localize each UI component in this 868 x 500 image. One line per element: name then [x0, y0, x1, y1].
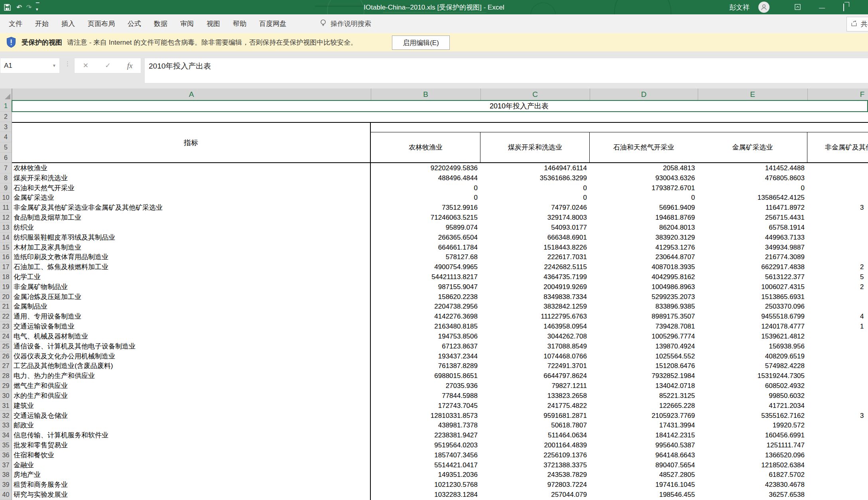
- row-header-4[interactable]: 4: [0, 132, 12, 142]
- cell-C7[interactable]: 1464947.6114: [480, 163, 587, 173]
- cell-E26[interactable]: 408209.6519: [698, 352, 805, 362]
- cell-E35[interactable]: 1251111.747: [698, 441, 805, 451]
- formula-bar-splitter[interactable]: ⋮: [65, 60, 71, 67]
- cell-D25[interactable]: 139870.4924: [590, 342, 695, 352]
- column-header-F[interactable]: F: [807, 89, 868, 100]
- cell-F23[interactable]: 1: [860, 322, 868, 332]
- row-header-32[interactable]: 32: [0, 411, 12, 421]
- cell-E12[interactable]: 256715.4431: [698, 213, 805, 223]
- cell-B34[interactable]: 2238381.9427: [371, 431, 478, 441]
- cell-A34[interactable]: 信息传输、计算机服务和软件业: [14, 431, 369, 441]
- row-header-27[interactable]: 27: [0, 361, 12, 371]
- cell-B9[interactable]: 0: [371, 183, 478, 193]
- column-header-A[interactable]: A: [12, 89, 371, 100]
- cell-B11[interactable]: 73512.9916: [371, 203, 478, 213]
- cell-D36[interactable]: 964148.6643: [590, 451, 695, 461]
- cell-B38[interactable]: 149351.2036: [371, 470, 478, 480]
- row-header-17[interactable]: 17: [0, 262, 12, 272]
- cell-E11[interactable]: 116471.8972: [698, 203, 805, 213]
- cell-E15[interactable]: 349934.9887: [698, 243, 805, 253]
- cell-E31[interactable]: 41721.2034: [698, 401, 805, 411]
- cell-D31[interactable]: 122665.228: [590, 401, 695, 411]
- cell-B16[interactable]: 578127.68: [371, 252, 478, 262]
- cell-A23[interactable]: 交通运输设备制造业: [14, 322, 369, 332]
- cell-E40[interactable]: 36257.6538: [698, 490, 805, 500]
- row-header-28[interactable]: 28: [0, 371, 12, 381]
- row-header-8[interactable]: 8: [0, 173, 12, 183]
- cell-C18[interactable]: 4364735.7199: [480, 272, 587, 282]
- row-header-1[interactable]: 1: [0, 100, 12, 112]
- cell-B13[interactable]: 95899.074: [371, 223, 478, 233]
- cell-A33[interactable]: 邮政业: [14, 421, 369, 431]
- cell-B17[interactable]: 4900754.9965: [371, 262, 478, 272]
- row-header-40[interactable]: 40: [0, 490, 12, 500]
- cell-C22[interactable]: 11122795.6763: [480, 312, 587, 322]
- minimize-icon[interactable]: —: [819, 4, 825, 10]
- sector-header-D[interactable]: 石油和天然气开采业: [590, 132, 698, 162]
- row-header-38[interactable]: 38: [0, 470, 12, 480]
- cell-B19[interactable]: 987155.9047: [371, 282, 478, 292]
- cell-B21[interactable]: 2204738.2956: [371, 302, 478, 312]
- row-header-13[interactable]: 13: [0, 223, 12, 233]
- cell-E22[interactable]: 9455518.6799: [698, 312, 805, 322]
- cell-A10[interactable]: 金属矿采选业: [14, 193, 369, 203]
- ribbon-tab-file[interactable]: 文件: [2, 14, 29, 33]
- row-header-22[interactable]: 22: [0, 312, 12, 322]
- cell-C38[interactable]: 243538.7829: [480, 470, 587, 480]
- cell-C35[interactable]: 2001164.4839: [480, 441, 587, 451]
- cell-C17[interactable]: 2242682.5115: [480, 262, 587, 272]
- cell-D27[interactable]: 151208.6476: [590, 361, 695, 371]
- row-header-2[interactable]: 2: [0, 112, 12, 122]
- cell-A38[interactable]: 房地产业: [14, 470, 369, 480]
- cell-D12[interactable]: 194681.8769: [590, 213, 695, 223]
- cell-D15[interactable]: 412953.1276: [590, 243, 695, 253]
- cell-D37[interactable]: 890407.5654: [590, 461, 695, 470]
- cell-B40[interactable]: 1032283.1284: [371, 490, 478, 500]
- cell-D18[interactable]: 4042995.8162: [590, 272, 695, 282]
- cell-C39[interactable]: 972803.7224: [480, 480, 587, 490]
- cell-E18[interactable]: 5613122.377: [698, 272, 805, 282]
- cell-A30[interactable]: 水的生产和供应业: [14, 391, 369, 401]
- user-avatar[interactable]: [758, 2, 770, 13]
- cell-D35[interactable]: 995640.5387: [590, 441, 695, 451]
- cell-A7[interactable]: 农林牧渔业: [14, 163, 369, 173]
- cell-D34[interactable]: 184142.2315: [590, 431, 695, 441]
- cell-B10[interactable]: 0: [371, 193, 478, 203]
- row-header-18[interactable]: 18: [0, 272, 12, 282]
- cell-D22[interactable]: 8989175.3507: [590, 312, 695, 322]
- cell-E32[interactable]: 5355162.7162: [698, 411, 805, 421]
- cell-C40[interactable]: 257044.079: [480, 490, 587, 500]
- cell-A14[interactable]: 纺织服装鞋帽皮革羽绒及其制品业: [14, 233, 369, 243]
- cell-B33[interactable]: 438981.7378: [371, 421, 478, 431]
- ribbon-tab-6[interactable]: 审阅: [174, 14, 200, 33]
- cell-C24[interactable]: 3044262.708: [480, 332, 587, 342]
- column-header-B[interactable]: B: [371, 89, 480, 100]
- cell-C16[interactable]: 222617.7031: [480, 252, 587, 262]
- cell-B27[interactable]: 761387.8289: [371, 361, 478, 371]
- row-header-15[interactable]: 15: [0, 243, 12, 253]
- cell-B25[interactable]: 67123.8637: [371, 342, 478, 352]
- save-icon[interactable]: [4, 4, 11, 11]
- cell-E29[interactable]: 608502.4932: [698, 381, 805, 391]
- cell-C14[interactable]: 666348.6901: [480, 233, 587, 243]
- cell-B23[interactable]: 2163480.8185: [371, 322, 478, 332]
- formula-input[interactable]: 2010年投入产出表: [144, 58, 868, 83]
- cell-A40[interactable]: 研究与实验发展业: [14, 490, 369, 500]
- cell-B12[interactable]: 71246063.5215: [371, 213, 478, 223]
- row-header-30[interactable]: 30: [0, 391, 12, 401]
- row-header-39[interactable]: 39: [0, 480, 12, 490]
- row-header-24[interactable]: 24: [0, 332, 12, 342]
- cell-E16[interactable]: 216774.3089: [698, 252, 805, 262]
- row-header-5[interactable]: 5: [0, 142, 12, 153]
- cell-D32[interactable]: 2105923.7769: [590, 411, 695, 421]
- row-header-14[interactable]: 14: [0, 233, 12, 243]
- cell-A26[interactable]: 仪器仪表及文化办公用机械制造业: [14, 352, 369, 362]
- cell-D28[interactable]: 7932852.1984: [590, 371, 695, 381]
- cell-B32[interactable]: 12810331.8573: [371, 411, 478, 421]
- cell-A32[interactable]: 交通运输及仓储业: [14, 411, 369, 421]
- cell-E39[interactable]: 423830.4678: [698, 480, 805, 490]
- cell-C21[interactable]: 3832842.1259: [480, 302, 587, 312]
- cell-E30[interactable]: 99850.6032: [698, 391, 805, 401]
- cell-A37[interactable]: 金融业: [14, 461, 369, 470]
- cell-E17[interactable]: 6622917.4838: [698, 262, 805, 272]
